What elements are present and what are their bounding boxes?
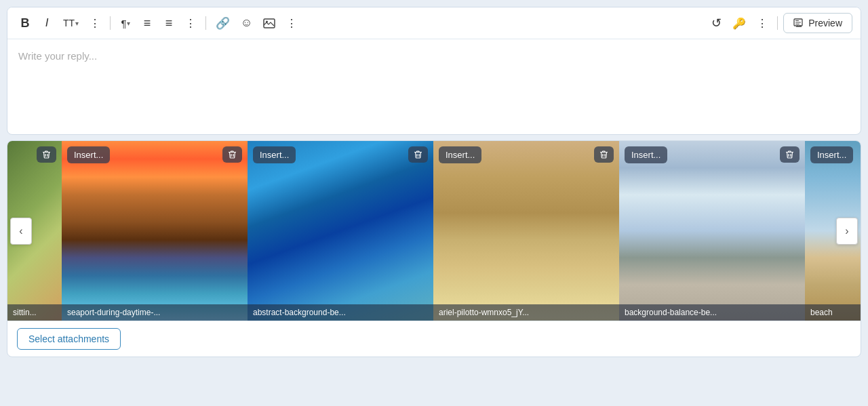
image-item-balance[interactable]: Insert... background-balance-be... <box>619 141 805 321</box>
image-thumb-seaport <box>62 141 248 321</box>
nav-right-button[interactable]: › <box>836 218 858 245</box>
delete-button-abstract[interactable] <box>408 146 428 163</box>
delete-button-balance[interactable] <box>780 146 800 163</box>
image-thumb-abstract <box>248 141 433 321</box>
image-button[interactable] <box>259 14 279 33</box>
more-actions-button[interactable]: ⋮ <box>753 14 772 33</box>
font-size-button[interactable]: TT ▾ <box>59 14 83 33</box>
images-row: ‹ sittin... <box>7 141 861 321</box>
editor-placeholder: Write your reply... <box>18 50 97 62</box>
image-label-abstract: abstract-background-be... <box>248 304 433 321</box>
separator-1 <box>110 16 111 30</box>
image-item-abstract[interactable]: Insert... abstract-background-be... <box>248 141 433 321</box>
shortcut-button[interactable]: 🔑 <box>728 14 750 33</box>
image-label-first: sittin... <box>7 304 62 321</box>
undo-button[interactable]: ↺ <box>707 14 726 33</box>
image-item-ariel[interactable]: Insert... ariel-pilotto-wmnxo5_jY... <box>433 141 619 321</box>
insert-button-balance[interactable]: Insert... <box>625 146 667 163</box>
footer-bar: Select attachments <box>7 321 861 357</box>
image-label-beach: beach <box>805 304 861 321</box>
trash-icon <box>785 150 794 159</box>
trash-icon <box>599 150 608 159</box>
editor-container: B I TT ▾ ⋮ ¶ ▾ ≡ ≡ ⋮ 🔗 ☺ <box>7 7 861 135</box>
delete-button-seaport[interactable] <box>222 146 242 163</box>
insert-button-abstract[interactable]: Insert... <box>253 146 296 163</box>
trash-icon <box>42 150 51 159</box>
nav-left-button[interactable]: ‹ <box>10 218 32 245</box>
more-format-button[interactable]: ⋮ <box>85 14 104 33</box>
image-thumb-ariel <box>433 141 619 321</box>
trash-icon <box>228 150 237 159</box>
emoji-button[interactable]: ☺ <box>237 14 256 33</box>
paragraph-button[interactable]: ¶ ▾ <box>116 14 135 33</box>
image-thumb-balance <box>619 141 805 321</box>
preview-button[interactable]: Preview <box>783 13 852 33</box>
more-list-button[interactable]: ⋮ <box>181 14 200 33</box>
separator-3 <box>777 16 778 30</box>
image-label-balance: background-balance-be... <box>619 304 805 321</box>
italic-button[interactable]: I <box>37 14 56 33</box>
toolbar: B I TT ▾ ⋮ ¶ ▾ ≡ ≡ ⋮ 🔗 ☺ <box>7 7 861 39</box>
attachments-panel: ‹ sittin... <box>7 140 861 357</box>
more-insert-button[interactable]: ⋮ <box>282 14 301 33</box>
link-button[interactable]: 🔗 <box>212 14 234 33</box>
delete-button-first[interactable] <box>37 146 56 163</box>
preview-icon <box>793 18 804 28</box>
select-attachments-button[interactable]: Select attachments <box>17 328 121 350</box>
image-item-seaport[interactable]: Insert... seaport-during-daytime-... <box>62 141 248 321</box>
svg-rect-4 <box>795 22 801 23</box>
insert-button-beach[interactable]: Insert... <box>810 146 853 163</box>
image-label-ariel: ariel-pilotto-wmnxo5_jY... <box>433 304 619 321</box>
insert-button-ariel[interactable]: Insert... <box>439 146 481 163</box>
main-container: B I TT ▾ ⋮ ¶ ▾ ≡ ≡ ⋮ 🔗 ☺ <box>0 0 868 406</box>
editor-body[interactable]: Write your reply... <box>7 39 861 134</box>
svg-rect-5 <box>795 24 800 24</box>
delete-button-ariel[interactable] <box>594 146 614 163</box>
bullet-list-button[interactable]: ≡ <box>138 14 157 33</box>
align-button[interactable]: ≡ <box>159 14 178 33</box>
trash-icon <box>414 150 422 159</box>
insert-button-seaport[interactable]: Insert... <box>67 146 110 163</box>
bold-button[interactable]: B <box>16 14 35 33</box>
svg-rect-3 <box>795 20 799 21</box>
separator-2 <box>205 16 206 30</box>
image-label-seaport: seaport-during-daytime-... <box>62 304 248 321</box>
